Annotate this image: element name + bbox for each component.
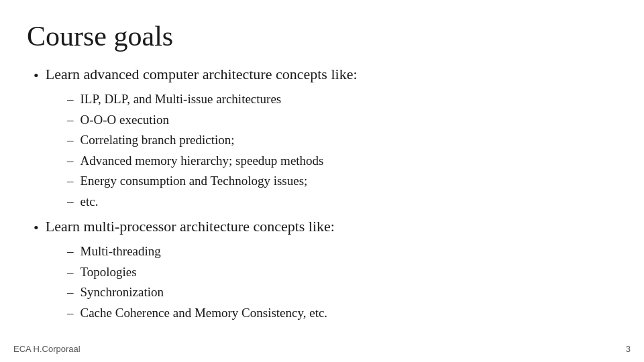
dash-1-3: –: [67, 131, 74, 150]
section-1: • Learn advanced computer architecture c…: [27, 66, 617, 211]
sub-bullet-1-6-text: etc.: [80, 192, 99, 212]
sub-bullet-2-3-text: Synchronization: [80, 283, 164, 302]
sub-bullet-2-1-text: Multi-threading: [80, 242, 161, 261]
sub-bullet-1-5-text: Energy consumption and Technology issues…: [80, 172, 308, 191]
sub-bullet-1-6: – etc.: [67, 192, 617, 212]
slide-title: Course goals: [27, 20, 617, 52]
sub-bullet-1-4-text: Advanced memory hierarchy; speedup metho…: [80, 152, 324, 171]
sub-bullet-1-2-text: O-O-O execution: [80, 111, 169, 130]
footer-right: 3: [626, 344, 631, 354]
sub-bullet-1-1-text: ILP, DLP, and Multi-issue architectures: [80, 90, 282, 109]
sub-bullets-1: – ILP, DLP, and Multi-issue architecture…: [67, 90, 617, 211]
dash-1-5: –: [67, 172, 74, 191]
sub-bullet-1-4: – Advanced memory hierarchy; speedup met…: [67, 152, 617, 171]
dash-1-6: –: [67, 192, 74, 212]
dash-1-1: –: [67, 90, 74, 109]
footer: ECA H.Corporaal 3: [13, 344, 631, 354]
dash-2-1: –: [67, 242, 74, 261]
sub-bullet-2-2: – Topologies: [67, 263, 617, 282]
sub-bullet-2-4: – Cache Coherence and Memory Consistency…: [67, 304, 617, 323]
main-bullet-2-text: Learn multi-processor architecture conce…: [46, 218, 335, 235]
dash-1-4: –: [67, 152, 74, 171]
bullet-dot-1: •: [34, 67, 39, 84]
sub-bullet-2-3: – Synchronization: [67, 283, 617, 302]
sub-bullet-2-4-text: Cache Coherence and Memory Consistency, …: [80, 304, 328, 323]
slide: Course goals • Learn advanced computer a…: [0, 0, 644, 362]
main-bullet-2: • Learn multi-processor architecture con…: [34, 218, 617, 237]
sub-bullet-2-2-text: Topologies: [80, 263, 137, 282]
main-bullet-1-text: Learn advanced computer architecture con…: [46, 66, 358, 83]
dash-1-2: –: [67, 111, 74, 130]
main-bullet-1: • Learn advanced computer architecture c…: [34, 66, 617, 84]
bullet-dot-2: •: [34, 219, 39, 237]
sub-bullet-1-5: – Energy consumption and Technology issu…: [67, 172, 617, 191]
dash-2-4: –: [67, 304, 74, 323]
dash-2-2: –: [67, 263, 74, 282]
sub-bullet-1-2: – O-O-O execution: [67, 111, 617, 130]
section-2: • Learn multi-processor architecture con…: [27, 218, 617, 322]
footer-left: ECA H.Corporaal: [13, 344, 80, 354]
sub-bullet-2-1: – Multi-threading: [67, 242, 617, 261]
sub-bullet-1-1: – ILP, DLP, and Multi-issue architecture…: [67, 90, 617, 109]
sub-bullet-1-3: – Correlating branch prediction;: [67, 131, 617, 150]
sub-bullet-1-3-text: Correlating branch prediction;: [80, 131, 235, 150]
dash-2-3: –: [67, 283, 74, 302]
sub-bullets-2: – Multi-threading – Topologies – Synchro…: [67, 242, 617, 322]
